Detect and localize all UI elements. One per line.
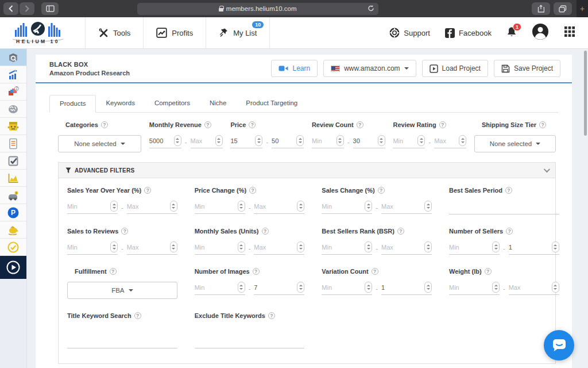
sidebar-item-refund-genie[interactable] xyxy=(0,221,26,239)
stepper-control[interactable] xyxy=(238,282,245,293)
review-rating-min-input[interactable] xyxy=(393,137,416,144)
stepper-control[interactable] xyxy=(238,241,245,252)
price-min-input[interactable] xyxy=(230,137,253,144)
sales-to-reviews-min-input[interactable] xyxy=(67,244,109,251)
stepper-control[interactable] xyxy=(297,282,304,293)
variation-count-max-input[interactable] xyxy=(381,284,423,291)
help-icon[interactable]: ? xyxy=(253,268,260,275)
exclude-title-keywords-input[interactable] xyxy=(195,335,305,348)
number-of-images-max-input[interactable] xyxy=(254,284,295,291)
stepper-control[interactable] xyxy=(174,135,181,146)
load-project-button[interactable]: Load Project xyxy=(422,60,488,77)
sidebar-item-index-checker[interactable] xyxy=(0,152,26,170)
help-icon[interactable]: ? xyxy=(397,228,404,235)
stepper-control[interactable] xyxy=(378,135,385,146)
help-icon[interactable]: ? xyxy=(121,228,128,235)
help-icon[interactable]: ? xyxy=(144,187,151,194)
stepper-control[interactable] xyxy=(492,282,500,293)
sales-to-reviews-max-input[interactable] xyxy=(127,244,168,251)
facebook-link[interactable]: Facebook xyxy=(445,28,492,38)
stepper-control[interactable] xyxy=(459,135,466,146)
number-of-sellers-min-input[interactable] xyxy=(449,244,490,251)
sales-year-over-year-min-input[interactable] xyxy=(67,203,109,210)
categories-select[interactable]: None selected xyxy=(58,135,141,152)
price-change-max-input[interactable] xyxy=(254,203,295,210)
browser-tabs-button[interactable] xyxy=(554,2,572,15)
monthly-revenue-max-input[interactable] xyxy=(191,137,214,144)
help-icon[interactable]: ? xyxy=(505,187,512,194)
help-icon[interactable]: ? xyxy=(110,268,117,275)
shipping-size-tier-select[interactable]: None selected xyxy=(474,135,556,152)
stepper-control[interactable] xyxy=(170,241,177,252)
nav-my-list[interactable]: My List 10 xyxy=(206,17,269,48)
stepper-control[interactable] xyxy=(365,201,372,212)
browser-url-bar[interactable]: members.helium10.com xyxy=(137,3,378,15)
sidebar-item-frankenstein[interactable] xyxy=(0,118,26,135)
help-icon[interactable]: ? xyxy=(134,312,141,319)
review-count-min-input[interactable] xyxy=(312,137,335,144)
stepper-control[interactable] xyxy=(215,135,223,146)
stepper-control[interactable] xyxy=(424,241,432,252)
help-icon[interactable]: ? xyxy=(439,121,446,128)
review-count-max-input[interactable] xyxy=(353,137,376,144)
marketplace-select[interactable]: www.amazon.com xyxy=(323,60,416,77)
browser-back-button[interactable] xyxy=(3,2,18,15)
stepper-control[interactable] xyxy=(492,241,500,252)
sidebar-item-cerebro[interactable] xyxy=(0,101,26,118)
tab-product-targeting[interactable]: Product Targeting xyxy=(236,95,307,113)
helium10-logo[interactable]: HELIUM 10 xyxy=(0,17,85,48)
sidebar-item-academy[interactable] xyxy=(0,256,26,279)
stepper-control[interactable] xyxy=(296,135,304,146)
apps-grid-button[interactable] xyxy=(564,26,575,40)
sidebar-item-black-box[interactable] xyxy=(0,49,26,66)
stepper-control[interactable] xyxy=(255,135,262,146)
monthly-revenue-min-input[interactable] xyxy=(149,137,172,144)
variation-count-min-input[interactable] xyxy=(322,284,363,291)
help-icon[interactable]: ? xyxy=(378,187,385,194)
best-sales-period-input[interactable] xyxy=(449,201,559,214)
sales-change-min-input[interactable] xyxy=(322,203,363,210)
sidebar-item-keyword-tracker[interactable] xyxy=(0,170,26,187)
fulfillment-select[interactable]: FBA xyxy=(67,282,177,299)
nav-tools[interactable]: Tools xyxy=(86,17,143,48)
monthly-sales-units-min-input[interactable] xyxy=(195,244,236,251)
stepper-control[interactable] xyxy=(110,241,118,252)
reload-button[interactable] xyxy=(368,5,374,13)
stepper-control[interactable] xyxy=(238,201,245,212)
advanced-filters-header[interactable]: ADVANCED FILTERS xyxy=(59,163,555,178)
help-icon[interactable]: ? xyxy=(539,121,546,128)
stepper-control[interactable] xyxy=(417,135,425,146)
number-of-sellers-max-input[interactable] xyxy=(509,244,550,251)
price-change-min-input[interactable] xyxy=(195,203,236,210)
stepper-control[interactable] xyxy=(365,241,372,252)
tab-keywords[interactable]: Keywords xyxy=(96,95,145,113)
help-icon[interactable]: ? xyxy=(262,228,269,235)
stepper-control[interactable] xyxy=(336,135,344,146)
learn-button[interactable]: Learn xyxy=(271,60,318,77)
stepper-control[interactable] xyxy=(552,282,559,293)
help-icon[interactable]: ? xyxy=(506,228,513,235)
browser-forward-button[interactable] xyxy=(20,2,34,15)
sidebar-item-hijacker-alerts[interactable]: ! xyxy=(0,187,26,204)
stepper-control[interactable] xyxy=(170,201,177,212)
sidebar-item-profits[interactable]: P xyxy=(0,204,26,221)
help-icon[interactable]: ? xyxy=(485,268,492,275)
sidebar-item-scribbles[interactable] xyxy=(0,135,26,152)
help-icon[interactable]: ? xyxy=(249,187,256,194)
notifications-button[interactable]: 1 xyxy=(506,26,517,40)
best-sellers-rank-bsr-min-input[interactable] xyxy=(322,244,363,251)
help-icon[interactable]: ? xyxy=(204,121,211,128)
save-project-button[interactable]: Save Project xyxy=(494,60,560,77)
review-rating-max-input[interactable] xyxy=(434,137,457,144)
price-max-input[interactable] xyxy=(272,137,295,144)
new-tab-button[interactable]: + xyxy=(577,0,588,17)
sidebar-item-follow-up[interactable] xyxy=(0,239,26,256)
stepper-control[interactable] xyxy=(552,241,559,252)
help-icon[interactable]: ? xyxy=(357,121,363,128)
best-sellers-rank-bsr-max-input[interactable] xyxy=(381,244,423,251)
stepper-control[interactable] xyxy=(365,282,372,293)
title-keyword-search-input[interactable] xyxy=(67,335,177,348)
sidebar-item-trendster[interactable] xyxy=(0,66,26,83)
stepper-control[interactable] xyxy=(424,201,432,212)
stepper-control[interactable] xyxy=(297,241,304,252)
